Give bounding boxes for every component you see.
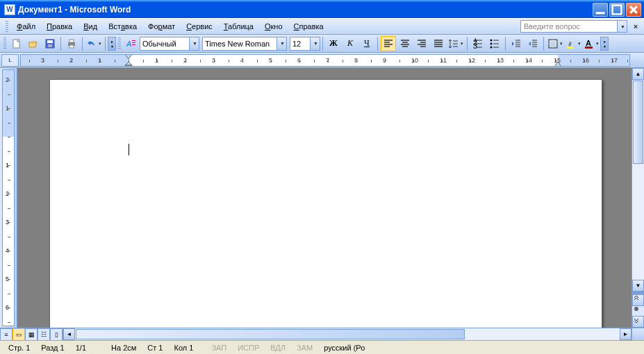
svg-rect-5 <box>48 44 52 47</box>
menu-вид[interactable]: Вид <box>78 19 103 33</box>
web-layout-view-button[interactable]: ▦ <box>25 328 38 341</box>
menu-вставка[interactable]: Вставка <box>103 19 142 33</box>
prev-page-button[interactable] <box>632 294 644 306</box>
svg-rect-11 <box>132 42 135 43</box>
help-question-input[interactable]: Введите вопрос <box>520 20 618 33</box>
outline-view-button[interactable]: ☷ <box>38 328 50 341</box>
scroll-down-button[interactable]: ▼ <box>632 280 644 292</box>
hanging-indent-icon[interactable] <box>125 62 136 67</box>
tab-selector[interactable]: L <box>1 54 19 67</box>
format-toolbar-grip[interactable] <box>118 37 121 50</box>
window-title: Документ1 - Microsoft Word <box>18 5 593 15</box>
menu-правка[interactable]: Правка <box>41 19 78 33</box>
right-indent-icon[interactable] <box>554 62 565 67</box>
status-col: Кол 1 <box>168 342 199 354</box>
menu-таблица[interactable]: Таблица <box>218 19 259 33</box>
font-combo-dropdown[interactable]: ▼ <box>277 37 287 51</box>
svg-text:A: A <box>126 40 131 48</box>
maximize-button[interactable] <box>609 3 625 17</box>
menu-формат[interactable]: Формат <box>142 19 181 33</box>
bullets-button[interactable] <box>487 36 502 51</box>
ruler-row: L 3211234567891011121314151617 <box>0 53 644 68</box>
underline-button[interactable]: Ч <box>359 36 374 51</box>
minimize-button[interactable] <box>593 3 608 17</box>
word-app-icon: W <box>4 4 15 15</box>
status-rec[interactable]: ЗАП <box>206 342 232 354</box>
svg-rect-12 <box>132 44 135 45</box>
font-size-combo[interactable]: 12 <box>290 37 311 51</box>
italic-button[interactable]: К <box>342 36 358 51</box>
vertical-ruler[interactable]: 2112345678910 <box>2 69 15 326</box>
status-section: Разд 1 <box>35 342 69 354</box>
svg-rect-20 <box>567 47 574 49</box>
svg-point-23 <box>634 307 638 311</box>
horizontal-ruler[interactable]: 3211234567891011121314151617 <box>20 54 630 67</box>
decrease-indent-button[interactable] <box>509 36 524 51</box>
status-ovr[interactable]: ЗАМ <box>291 342 318 354</box>
status-language[interactable]: русский (Ро <box>318 342 370 354</box>
scroll-left-button[interactable]: ◄ <box>63 328 75 340</box>
hscroll-thumb[interactable] <box>76 329 465 339</box>
new-doc-button[interactable] <box>9 36 24 51</box>
status-pages: 1/1 <box>70 342 92 354</box>
style-combo-dropdown[interactable]: ▼ <box>190 37 199 51</box>
close-document-button[interactable]: × <box>630 22 641 31</box>
svg-point-16 <box>490 39 493 41</box>
save-button[interactable] <box>42 36 58 51</box>
page[interactable] <box>49 79 602 328</box>
close-button[interactable] <box>626 3 641 17</box>
normal-view-button[interactable]: ≡ <box>0 328 13 341</box>
svg-rect-22 <box>585 47 593 49</box>
bold-button[interactable]: Ж <box>326 36 341 51</box>
style-combo[interactable]: Обычный <box>140 37 190 51</box>
svg-text:3: 3 <box>473 42 477 49</box>
menu-файл[interactable]: Файл <box>11 19 41 33</box>
styles-pane-button[interactable]: A <box>124 36 139 51</box>
svg-rect-4 <box>47 40 53 43</box>
increase-indent-button[interactable] <box>525 36 540 51</box>
status-ext[interactable]: ВДЛ <box>265 342 291 354</box>
line-spacing-button[interactable]: ▾ <box>447 36 464 51</box>
align-center-button[interactable] <box>397 36 413 51</box>
scroll-up-button[interactable]: ▲ <box>632 68 644 80</box>
browse-object-button[interactable] <box>632 306 644 316</box>
font-size-dropdown[interactable]: ▼ <box>311 37 320 51</box>
bottom-row: ≡ ▭ ▦ ☷ ▯ ◄ ► <box>0 328 644 340</box>
print-layout-view-button[interactable]: ▭ <box>13 328 25 341</box>
document-area[interactable] <box>17 68 631 328</box>
menubar-grip[interactable] <box>6 21 8 32</box>
svg-rect-8 <box>69 45 74 48</box>
toolbar-grip[interactable] <box>3 37 6 50</box>
status-line: Ст 1 <box>142 342 168 354</box>
help-question-dropdown[interactable]: ▼ <box>618 20 627 33</box>
align-right-button[interactable] <box>414 36 429 51</box>
toolbar-overflow[interactable]: ▸▾ <box>108 37 116 51</box>
toolbar: ▾ ▸▾ A Обычный ▼ Times New Roman ▼ 12 ▼ … <box>0 35 644 53</box>
scroll-thumb[interactable] <box>633 81 643 164</box>
align-justify-button[interactable] <box>431 36 446 51</box>
font-color-button[interactable]: A▾ <box>583 36 600 51</box>
highlight-button[interactable]: ▾ <box>565 36 581 51</box>
open-button[interactable] <box>26 36 41 51</box>
numbering-button[interactable]: 123 <box>470 36 486 51</box>
svg-rect-7 <box>69 40 74 42</box>
borders-button[interactable]: ▾ <box>547 36 563 51</box>
menu-сервис[interactable]: Сервис <box>181 19 218 33</box>
horizontal-scrollbar[interactable]: ◄ ► <box>63 328 631 340</box>
vertical-scrollbar[interactable]: ▲ ▼ <box>631 68 644 328</box>
scroll-right-button[interactable]: ► <box>620 328 631 340</box>
reading-view-button[interactable]: ▯ <box>50 328 63 341</box>
status-at: На 2см <box>106 342 142 354</box>
menubar: ФайлПравкаВидВставкаФорматСервисТаблицаО… <box>0 18 644 35</box>
menu-справка[interactable]: Справка <box>288 19 329 33</box>
next-page-button[interactable] <box>632 316 644 328</box>
status-trk[interactable]: ИСПР <box>232 342 265 354</box>
font-combo[interactable]: Times New Roman <box>202 37 277 51</box>
text-cursor <box>129 144 129 155</box>
menu-окно[interactable]: Окно <box>259 19 288 33</box>
print-button[interactable] <box>64 36 79 51</box>
svg-text:A: A <box>586 39 591 47</box>
format-toolbar-overflow[interactable]: ▸▾ <box>600 37 609 51</box>
align-left-button[interactable] <box>381 36 396 51</box>
undo-button[interactable]: ▾ <box>85 36 102 51</box>
